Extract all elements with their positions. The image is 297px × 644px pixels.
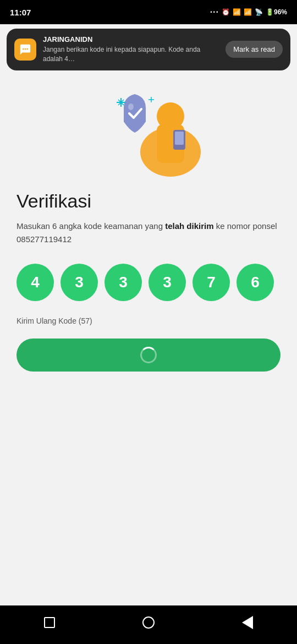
notification-banner: JARINGANIDN Jangan berikan kode ini kepa… <box>7 29 290 70</box>
otp-digit-6[interactable]: 6 <box>237 264 274 301</box>
svg-point-5 <box>157 102 184 130</box>
otp-digit-2[interactable]: 3 <box>61 264 98 301</box>
page-title: Verifikasi <box>16 190 280 212</box>
signal-icon-2: 📶 <box>244 8 252 16</box>
chat-icon <box>19 43 31 56</box>
otp-digit-1[interactable]: 4 <box>16 264 54 301</box>
wifi-icon: 📡 <box>255 8 263 16</box>
notification-app-icon <box>14 39 36 61</box>
otp-digit-4[interactable]: 3 <box>148 264 186 301</box>
status-time: 11:07 <box>10 8 31 17</box>
status-bar: 11:07 ··· ⏰ 📶 📶 📡 🔋96% <box>0 0 297 24</box>
nav-recents-button[interactable] <box>40 613 59 632</box>
subtitle-bold: telah dikirim <box>165 221 213 231</box>
svg-point-1 <box>25 48 26 50</box>
status-icons: ··· ⏰ 📶 📶 📡 🔋96% <box>210 7 287 17</box>
notification-content: JARINGANIDN Jangan berikan kode ini kepa… <box>43 35 219 64</box>
more-icon: ··· <box>210 7 219 17</box>
illustration-area <box>16 75 280 185</box>
signal-icon: 📶 <box>233 8 241 16</box>
battery-icon: 🔋96% <box>266 8 287 16</box>
svg-point-0 <box>23 48 24 50</box>
home-circle-icon <box>142 616 155 629</box>
mark-as-read-button[interactable]: Mark as read <box>226 41 283 58</box>
page-subtitle: Masukan 6 angka kode keamanan yang telah… <box>16 220 280 246</box>
alarm-icon: ⏰ <box>222 8 230 16</box>
otp-row: 4 3 3 3 7 6 <box>16 264 280 301</box>
otp-digit-5[interactable]: 7 <box>193 264 230 301</box>
otp-digit-3[interactable]: 3 <box>105 264 142 301</box>
subtitle-plain: Masukan 6 angka kode keamanan yang <box>16 221 165 231</box>
back-triangle-icon <box>242 616 253 629</box>
loading-spinner-icon <box>140 347 157 363</box>
bottom-nav <box>0 605 297 644</box>
nav-home-button[interactable] <box>139 613 158 632</box>
notification-body: Jangan berikan kode ini kepada siapapun.… <box>43 45 219 64</box>
square-icon <box>44 617 55 628</box>
resend-label[interactable]: Kirim Ulang Kode (57) <box>16 316 280 325</box>
svg-rect-7 <box>175 132 184 145</box>
notification-app-name: JARINGANIDN <box>43 35 219 43</box>
verification-illustration <box>88 80 209 179</box>
svg-point-2 <box>26 48 28 50</box>
svg-point-14 <box>128 103 134 110</box>
nav-back-button[interactable] <box>238 613 257 632</box>
main-content: Verifikasi Masukan 6 angka kode keamanan… <box>0 75 297 618</box>
submit-button[interactable] <box>16 339 280 372</box>
